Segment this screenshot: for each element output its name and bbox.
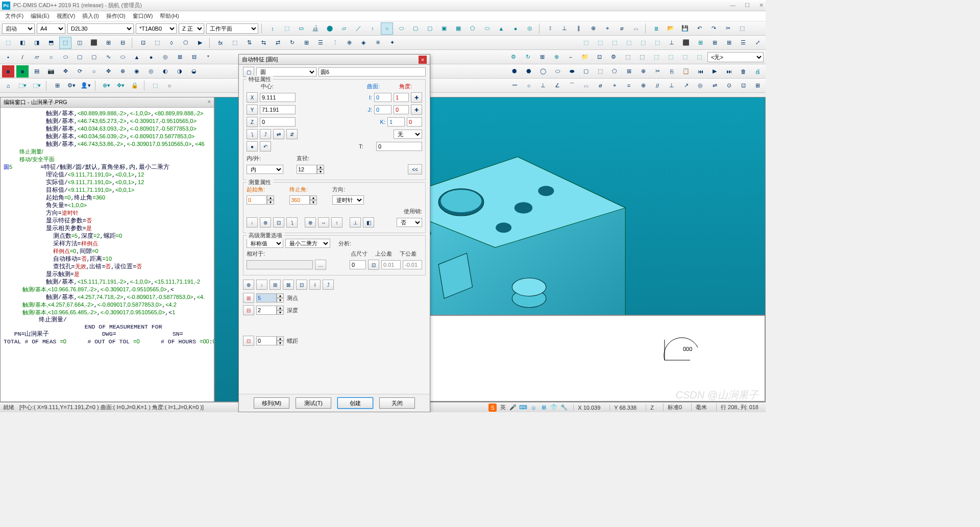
- grid-icon[interactable]: ▦: [452, 22, 464, 35]
- points-spin[interactable]: ▲▼: [256, 293, 285, 303]
- expand-icon[interactable]: ⤢: [751, 37, 764, 49]
- t5-icon[interactable]: ⊡: [296, 280, 307, 290]
- ime-grid-icon[interactable]: ⊞: [540, 404, 548, 412]
- m5-icon[interactable]: ⊕: [305, 217, 316, 228]
- cube6-icon[interactable]: ⬚: [665, 51, 677, 63]
- collapse-button[interactable]: <<: [408, 164, 422, 174]
- plane2-icon[interactable]: ▱: [31, 51, 43, 63]
- dim-7-icon[interactable]: ⌓: [630, 22, 642, 35]
- slot2-icon[interactable]: ▢: [74, 51, 86, 63]
- green-flag-icon[interactable]: ■: [16, 65, 29, 78]
- line-icon[interactable]: ／: [352, 22, 364, 35]
- y-input[interactable]: [260, 105, 296, 114]
- ico-f[interactable]: ⬛: [88, 37, 100, 49]
- ico-b[interactable]: ◨: [31, 37, 43, 49]
- nominal-select[interactable]: 标称值: [247, 239, 283, 248]
- char-2-icon[interactable]: ○: [523, 80, 535, 92]
- dialog-close-button[interactable]: ×: [419, 56, 427, 64]
- shape-4-icon[interactable]: ⬭: [551, 65, 564, 78]
- swap-2-icon[interactable]: ⇵: [286, 129, 298, 139]
- gear3-icon[interactable]: ⚙▾: [65, 80, 78, 92]
- doc-new-icon[interactable]: 🗎: [650, 22, 663, 35]
- usepin-select[interactable]: 否: [397, 218, 422, 227]
- dim-3-icon[interactable]: ∥: [573, 22, 585, 35]
- undo-icon[interactable]: ↶: [693, 22, 705, 35]
- cylinder-icon[interactable]: ⬭: [481, 22, 493, 35]
- char-7-icon[interactable]: ⌀: [594, 80, 606, 92]
- construct2-icon[interactable]: ⊟: [188, 51, 200, 63]
- t3-icon[interactable]: ⊞: [270, 280, 281, 290]
- folder-icon[interactable]: 📁: [579, 51, 591, 63]
- dim-5-icon[interactable]: ⌖: [601, 22, 614, 35]
- ico-k[interactable]: ◊: [165, 37, 178, 49]
- menu-help[interactable]: 帮助(H): [157, 11, 182, 21]
- z-btn[interactable]: Z: [247, 117, 258, 127]
- box-icon[interactable]: ▢: [424, 22, 436, 35]
- menu-file[interactable]: 文件(F): [2, 11, 27, 21]
- gear-icon[interactable]: ⚙: [507, 51, 520, 63]
- cube5-icon[interactable]: ⬚: [650, 51, 663, 63]
- target-icon[interactable]: ⊕: [550, 51, 562, 63]
- circle2-icon[interactable]: ○: [45, 51, 57, 63]
- ico-a[interactable]: ◧: [16, 37, 29, 49]
- a3-input[interactable]: [407, 117, 422, 127]
- grid3-icon[interactable]: ⊞: [708, 37, 721, 49]
- shape-8-icon[interactable]: ⬠: [608, 65, 621, 78]
- plus-2-icon[interactable]: ✚: [411, 105, 422, 115]
- menu-view[interactable]: 视图(V): [54, 11, 79, 21]
- plane-icon[interactable]: ▱: [338, 22, 350, 35]
- char-16-icon[interactable]: ⊙: [723, 80, 735, 92]
- cut-icon[interactable]: ✂: [722, 22, 734, 35]
- ico-o[interactable]: ⇄: [272, 37, 284, 49]
- gear2-icon[interactable]: ⚙: [607, 51, 620, 63]
- m7-icon[interactable]: ↕: [331, 217, 342, 228]
- point-icon[interactable]: •: [2, 51, 14, 63]
- plus-1-icon[interactable]: ✚: [411, 92, 422, 103]
- ime-mic-icon[interactable]: 🎤: [509, 404, 517, 412]
- snap-icon[interactable]: ⊡: [593, 51, 605, 63]
- ico-p[interactable]: ⊞: [300, 37, 312, 49]
- ico-g[interactable]: ⊞: [102, 37, 114, 49]
- uptol-input[interactable]: [381, 260, 401, 269]
- copy-icon[interactable]: ⎘: [666, 65, 678, 78]
- wireframe-3-icon[interactable]: ⬚: [608, 37, 621, 49]
- wireframe-1-icon[interactable]: ⬚: [580, 37, 592, 49]
- ptsize-input[interactable]: [350, 260, 366, 269]
- red-flag-icon[interactable]: ■: [2, 65, 14, 78]
- move4-icon[interactable]: ✥▾: [114, 80, 127, 92]
- ime-face-icon[interactable]: ☺: [529, 404, 537, 412]
- pitch-spin[interactable]: ▲▼: [256, 336, 285, 345]
- menu-window[interactable]: 窗口(W): [130, 11, 156, 21]
- shape-2-icon[interactable]: ⬣: [523, 65, 535, 78]
- m4-icon[interactable]: ⤵: [286, 217, 298, 228]
- cut2-icon[interactable]: ✂: [651, 65, 664, 78]
- box2-icon[interactable]: ⬚: [736, 22, 748, 35]
- cyl2-icon[interactable]: ⬭: [116, 51, 129, 63]
- menu-edit[interactable]: 编辑(E): [28, 11, 53, 21]
- dim-1-icon[interactable]: ⟟: [544, 22, 556, 35]
- step-back-icon[interactable]: ⏮: [694, 65, 706, 78]
- ico-s[interactable]: ⊕: [343, 37, 355, 49]
- construct-icon[interactable]: ⊞: [174, 51, 186, 63]
- sphere2-icon[interactable]: ●: [145, 51, 157, 63]
- view-rect-icon[interactable]: ▭: [295, 22, 307, 35]
- t4-icon[interactable]: ⊠: [283, 280, 294, 290]
- step-fwd-icon[interactable]: ⏭: [723, 65, 735, 78]
- sphere-icon[interactable]: ●: [509, 22, 522, 35]
- combo-probe[interactable]: A4: [37, 23, 65, 34]
- a2-input[interactable]: [394, 105, 409, 114]
- t6-icon[interactable]: i: [309, 280, 321, 290]
- direction-select[interactable]: 逆时针: [332, 195, 364, 205]
- circle3-icon[interactable]: ○: [88, 65, 100, 78]
- ime-skin-icon[interactable]: 👕: [550, 404, 558, 412]
- ico-u[interactable]: ※: [372, 37, 384, 49]
- ico-j[interactable]: ⬚: [151, 37, 163, 49]
- t-input[interactable]: [376, 142, 422, 151]
- cube11-icon[interactable]: ⬚: [149, 80, 161, 92]
- ico-e[interactable]: ◫: [74, 37, 86, 49]
- char-10-icon[interactable]: ⊕: [637, 80, 649, 92]
- cube2-icon[interactable]: ⬚: [229, 37, 241, 49]
- maximize-button[interactable]: ☐: [745, 2, 750, 9]
- poly-icon[interactable]: ⬠: [467, 22, 479, 35]
- ico-c[interactable]: ⬒: [45, 37, 57, 49]
